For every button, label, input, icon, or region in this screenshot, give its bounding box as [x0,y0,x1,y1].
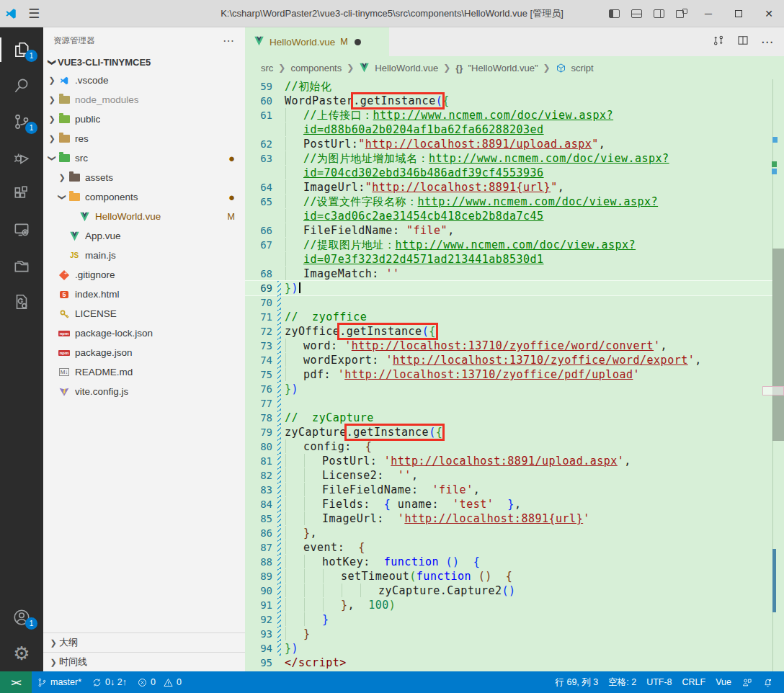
feedback-icon[interactable] [736,671,757,693]
scrollbar-thumb[interactable] [772,249,784,441]
code-line-81[interactable]: 81PostUrl: 'http://localhost:8891/upload… [245,454,772,468]
code-line-64[interactable]: 64ImageUrl:"http://localhost:8891{url}", [245,180,772,195]
tree-item--vscode[interactable]: ❯.vscode [43,71,245,90]
project-manager-icon[interactable] [0,248,43,284]
code-line-63[interactable]: 63//为图片地址增加域名：http://www.ncmem.com/doc/v… [245,151,772,166]
minimize-button[interactable]: ─ [693,0,723,27]
code-line-86[interactable]: 86}, [245,526,772,540]
code-line-61[interactable]: 61//上传接口：http://www.ncmem.com/doc/view.a… [245,108,772,122]
tree-item-public[interactable]: ❯public [43,109,245,129]
tree-item-license[interactable]: LICENSE [43,304,245,323]
code-line-71[interactable]: 71// zyoffice [245,310,772,324]
remote-explorer-icon[interactable] [0,212,43,248]
toggle-sidebar-icon[interactable] [609,9,620,18]
code-line-92[interactable]: 92} [245,612,772,627]
cursor-position[interactable]: 行 69, 列 3 [550,671,603,693]
customize-layout-icon[interactable] [676,9,687,18]
menu-hamburger-icon[interactable]: ☰ [22,6,46,22]
code-line-68[interactable]: 68ImageMatch: '' [245,267,772,281]
remote-indicator[interactable]: >< [0,671,32,693]
explorer-icon[interactable]: 1 [0,32,43,68]
code-line-70[interactable]: 70 [245,295,772,310]
problems-item[interactable]: 0 0 [132,671,187,693]
code-line-94[interactable]: 94}) [245,641,772,656]
code-line-wrap[interactable]: id=c3ad06c2ae31454cb418ceb2b8da7c45 [245,209,772,223]
code-line-wrap[interactable]: id=704cd302ebd346b486adf39cf4553936 [245,166,772,180]
tree-item-assets[interactable]: ❯assets [43,168,245,187]
eol[interactable]: CRLF [677,671,711,693]
tree-item-components[interactable]: ❯components● [43,187,245,207]
indentation[interactable]: 空格: 2 [603,671,641,693]
code-line-59[interactable]: 59//初始化 [245,79,772,94]
encoding[interactable]: UTF-8 [641,671,677,693]
git-branch-item[interactable]: master* [32,671,86,693]
code-line-73[interactable]: 73word: 'http://localhost:13710/zyoffice… [245,339,772,353]
code-line-85[interactable]: 85ImageUrl: 'http://localhost:8891{url}' [245,511,772,526]
extensions-icon[interactable] [0,176,43,212]
code-line-88[interactable]: 88hotKey: function () { [245,555,772,569]
toggle-panel-icon[interactable] [631,9,642,18]
accounts-icon[interactable]: 1 [0,599,43,635]
code-line-76[interactable]: 76}) [245,382,772,396]
code-line-89[interactable]: 89setTimeout(function () { [245,569,772,584]
toggle-secondary-sidebar-icon[interactable] [654,9,664,18]
breadcrumb-item[interactable]: "HelloWorld.vue" [468,63,538,73]
tree-item--gitignore[interactable]: .gitignore [43,265,245,285]
code-line-74[interactable]: 74wordExport: 'http://localhost:13710/zy… [245,353,772,367]
source-control-icon[interactable]: 1 [0,104,43,140]
run-and-debug-icon[interactable] [0,140,43,176]
code-line-78[interactable]: 78// zyCapture [245,411,772,425]
code-line-80[interactable]: 80config: { [245,439,772,454]
tree-item-package-lock-json[interactable]: npmpackage-lock.json [43,323,245,343]
code-line-65[interactable]: 65//设置文件字段名称：http://www.ncmem.com/doc/vi… [245,195,772,209]
code-line-83[interactable]: 83FileFieldName: 'file', [245,483,772,497]
code-line-95[interactable]: 95</script> [245,656,772,670]
notifications-bell-icon[interactable] [757,671,778,693]
language-mode[interactable]: Vue [710,671,736,693]
git-sync-item[interactable]: 0↓ 2↑ [86,671,132,693]
tree-root[interactable]: ❯ VUE3-CLI-TINYMCE5 [43,53,245,71]
tree-item-helloworld-vue[interactable]: HelloWorld.vueM [43,207,245,226]
code-line-93[interactable]: 93} [245,627,772,641]
open-changes-icon[interactable] [712,34,725,50]
tree-item-package-json[interactable]: npmpackage.json [43,343,245,362]
explorer-more-actions-icon[interactable]: ⋯ [223,34,235,48]
code-line-60[interactable]: 60WordPaster.getInstance({ [245,94,772,108]
timeline-section[interactable]: ❯ 时间线 [43,652,245,671]
close-button[interactable]: ✕ [754,0,784,27]
tree-item-node-modules[interactable]: ❯node_modules [43,90,245,109]
code-line-66[interactable]: 66FileFieldName: "file", [245,223,772,238]
code-line-82[interactable]: 82License2: '', [245,468,772,483]
outline-section[interactable]: ❯ 大纲 [43,632,245,652]
tab-helloworld-vue[interactable]: HelloWorld.vue M [245,27,389,56]
breadcrumb-item[interactable]: HelloWorld.vue [375,63,438,73]
code-line-69[interactable]: 69}) [245,281,772,295]
run-tools-icon[interactable] [0,284,43,320]
editor-scrollbar[interactable] [772,79,784,671]
code-line-84[interactable]: 84Fields: { uname: 'test' }, [245,497,772,511]
code-line-90[interactable]: 90zyCapture.Capture2() [245,584,772,598]
split-editor-icon[interactable] [736,34,749,50]
breadcrumb-item[interactable]: components [290,63,342,73]
code-line-91[interactable]: 91}, 100) [245,598,772,612]
tree-item-index-html[interactable]: 5index.html [43,285,245,304]
code-line-62[interactable]: 62PostUrl:"http://localhost:8891/upload.… [245,137,772,151]
code-line-67[interactable]: 67//提取图片地址：http://www.ncmem.com/doc/view… [245,238,772,252]
code-line-wrap[interactable]: id=d88b60a2b0204af1ba62fa66288203ed [245,122,772,137]
editor-more-actions-icon[interactable]: ⋯ [761,35,774,50]
search-icon[interactable] [0,68,43,104]
code-line-87[interactable]: 87event: { [245,540,772,555]
maximize-button[interactable] [723,0,754,27]
breadcrumb-item[interactable]: script [571,63,594,73]
dirty-dot-icon[interactable] [355,39,361,45]
tree-item-app-vue[interactable]: App.vue [43,226,245,246]
code-line-79[interactable]: 79zyCapture.getInstance({ [245,425,772,439]
tree-item-main-js[interactable]: JSmain.js [43,246,245,265]
tree-item-vite-config-js[interactable]: vite.config.js [43,382,245,401]
tree-item-src[interactable]: ❯src● [43,148,245,168]
code-line-77[interactable]: 77 [245,396,772,411]
tree-item-res[interactable]: ❯res [43,129,245,148]
tree-item-readme-md[interactable]: M↓README.md [43,362,245,382]
code-line-75[interactable]: 75pdf: 'http://localhost:13710/zyoffice/… [245,367,772,382]
code-line-wrap[interactable]: id=07e3f323d22d4571ad213441ab8530d1 [245,252,772,267]
